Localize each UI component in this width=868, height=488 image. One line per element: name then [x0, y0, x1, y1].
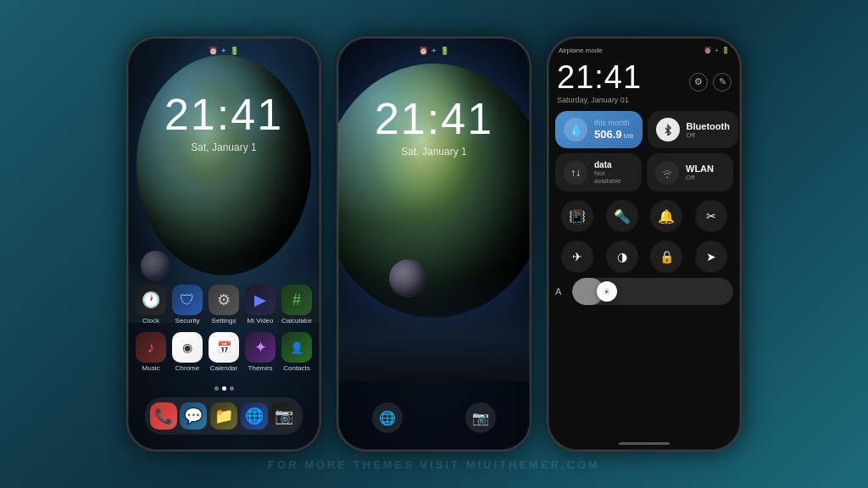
data-tile-value: 506.9 — [594, 128, 622, 141]
settings-label: Settings — [212, 317, 236, 324]
mobiledata-tile-status: Not available — [594, 169, 633, 185]
app-calculator[interactable]: # Calculator — [281, 285, 313, 324]
phone-homescreen: ⏰ + 🔋 21:41 Sat, January 1 🕐 Clock 🛡 Sec… — [126, 36, 321, 452]
cc-statusbar: Airplane mode ⏰ + 🔋 — [555, 45, 733, 56]
music-label: Music — [142, 364, 160, 372]
phones-container: ⏰ + 🔋 21:41 Sat, January 1 🕐 Clock 🛡 Sec… — [126, 36, 742, 452]
clock-label: Clock — [142, 317, 159, 324]
cc-bell-icon[interactable]: 🔔 — [650, 200, 682, 232]
cc-tiles-row1: 💧 this month 506.9 MB — [555, 111, 733, 148]
messages-icon: 💬 — [180, 402, 207, 430]
bluetooth-tile-icon — [656, 118, 680, 141]
cc-bluetooth-info: Bluetooth Off — [687, 121, 730, 139]
bluetooth-tile-status: Off — [687, 131, 730, 139]
wlan-tile-status: Off — [686, 174, 725, 181]
contacts-icon: 👤 — [281, 332, 312, 363]
time-display: 21:41 Sat, January 1 — [128, 89, 320, 153]
clouds2-graphic — [338, 272, 530, 382]
bluetooth-tile-title: Bluetooth — [687, 121, 730, 131]
status-icon-alarm: ⏰ — [209, 47, 218, 55]
cc-data-info: this month 506.9 MB — [594, 119, 634, 141]
settings-icon: ⚙ — [209, 285, 239, 315]
cc-status-battery: 🔋 — [721, 47, 730, 54]
wlan-tile-title: WLAN — [686, 164, 725, 174]
status-bar-2: ⏰ + 🔋 — [338, 47, 530, 55]
calculator-icon: # — [281, 285, 312, 315]
cc-scissors-icon[interactable]: ✂ — [695, 200, 727, 232]
status2-alarm: ⏰ — [419, 47, 428, 55]
cc-airplane-icon[interactable]: ✈ — [561, 241, 593, 273]
cc-wlan-tile[interactable]: WLAN Off — [647, 153, 733, 191]
earth-graphic — [136, 55, 311, 275]
mobiledata-tile-label: data — [594, 160, 633, 169]
app-clock[interactable]: 🕐 Clock — [135, 285, 167, 324]
app-themes[interactable]: ✦ Themes — [244, 332, 276, 372]
cc-tiles-row2: ↑↓ data Not available — [555, 153, 733, 191]
cc-bluetooth-tile[interactable]: Bluetooth Off — [648, 111, 738, 148]
lockscreen-bottom-icons: 🌐 📷 — [338, 402, 530, 433]
mobiledata-tile-icon: ↑↓ — [564, 161, 587, 185]
status-icon-battery: 🔋 — [230, 47, 239, 55]
cc-auto-brightness-label: A — [555, 286, 565, 297]
cc-lock-icon[interactable]: 🔒 — [650, 241, 682, 273]
cc-medium-icons-row2: ✈ ◑ 🔒 ➤ — [555, 241, 733, 273]
security-label: Security — [175, 317, 200, 324]
calculator-label: Calculator — [281, 317, 312, 324]
cc-mobiledata-tile[interactable]: ↑↓ data Not available — [555, 153, 642, 191]
dot-2 — [222, 386, 226, 391]
phone-lockscreen: ⏰ + 🔋 21:41 Sat, January 1 🌐 📷 — [337, 36, 531, 452]
browser-icon: 🌐 — [241, 402, 268, 430]
app-grid-row2: ♪ Music ◉ Chrome 📅 Calendar ✦ Themes 👤 — [135, 332, 313, 372]
status2-plus: + — [431, 47, 436, 55]
cc-vibrate-icon[interactable]: 📳 — [561, 200, 593, 232]
cc-brightness-slider[interactable]: ☀ — [572, 278, 733, 305]
camera-icon: 📷 — [270, 402, 298, 430]
dock-phone[interactable]: 📞 — [150, 402, 177, 430]
themes-label: Themes — [248, 364, 273, 372]
cc-status-icons: ⏰ + 🔋 — [704, 47, 730, 54]
cc-mobiledata-info: data Not available — [594, 160, 633, 185]
app-contacts[interactable]: 👤 Contacts — [281, 332, 313, 372]
security-icon: 🛡 — [172, 285, 203, 315]
chrome-icon: ◉ — [172, 332, 203, 363]
app-music[interactable]: ♪ Music — [135, 332, 167, 372]
data-tile-icon: 💧 — [564, 118, 587, 141]
lockscreen-browser-icon[interactable]: 🌐 — [372, 402, 403, 433]
cc-brightness-icon[interactable]: ◑ — [606, 241, 638, 273]
music-icon: ♪ — [136, 332, 166, 363]
cc-action-icons: ⚙ ✎ — [689, 73, 732, 92]
app-mivideo[interactable]: ▶ Mi Video — [244, 285, 276, 324]
dock-browser[interactable]: 🌐 — [241, 402, 268, 430]
cc-wlan-info: WLAN Off — [686, 164, 725, 181]
status2-battery: 🔋 — [440, 47, 449, 55]
app-chrome[interactable]: ◉ Chrome — [171, 332, 203, 372]
clock-time: 21:41 — [128, 89, 320, 140]
cc-flashlight-icon[interactable]: 🔦 — [606, 200, 638, 232]
status-bar: ⏰ + 🔋 — [128, 47, 320, 55]
cc-time-col: 21:41 Saturday, January 01 — [557, 59, 642, 104]
app-calendar[interactable]: 📅 Calendar — [208, 332, 240, 372]
cc-time-row: 21:41 Saturday, January 01 ⚙ ✎ — [555, 59, 733, 104]
dot-1 — [214, 386, 219, 391]
status-icon-bluetooth: + — [221, 47, 225, 55]
phone-controlcenter: Airplane mode ⏰ + 🔋 21:41 Saturday, Janu… — [547, 36, 742, 452]
page-dots — [128, 386, 320, 391]
cc-settings-icon[interactable]: ⚙ — [689, 73, 708, 92]
app-settings[interactable]: ⚙ Settings — [208, 285, 240, 324]
cc-edit-icon[interactable]: ✎ — [713, 73, 732, 92]
calendar-label: Calendar — [210, 364, 237, 372]
data-tile-unit: MB — [624, 132, 634, 140]
app-security[interactable]: 🛡 Security — [171, 285, 203, 324]
cc-small-icons-row1: 📳 🔦 🔔 ✂ — [555, 197, 733, 236]
data-tile-label: this month — [594, 119, 634, 128]
cc-data-tile[interactable]: 💧 this month 506.9 MB — [555, 111, 643, 148]
control-center: Airplane mode ⏰ + 🔋 21:41 Saturday, Janu… — [548, 38, 740, 450]
dock-camera[interactable]: 📷 — [270, 402, 298, 430]
lockscreen-camera-icon[interactable]: 📷 — [465, 402, 496, 433]
cc-location-icon[interactable]: ➤ — [695, 241, 727, 273]
airplane-mode-label: Airplane mode — [559, 47, 603, 54]
themes-icon: ✦ — [245, 332, 275, 363]
dock-messages[interactable]: 💬 — [180, 402, 207, 430]
app-grid-row1: 🕐 Clock 🛡 Security ⚙ Settings ▶ Mi Video… — [135, 285, 313, 324]
dock-files[interactable]: 📁 — [210, 402, 237, 430]
